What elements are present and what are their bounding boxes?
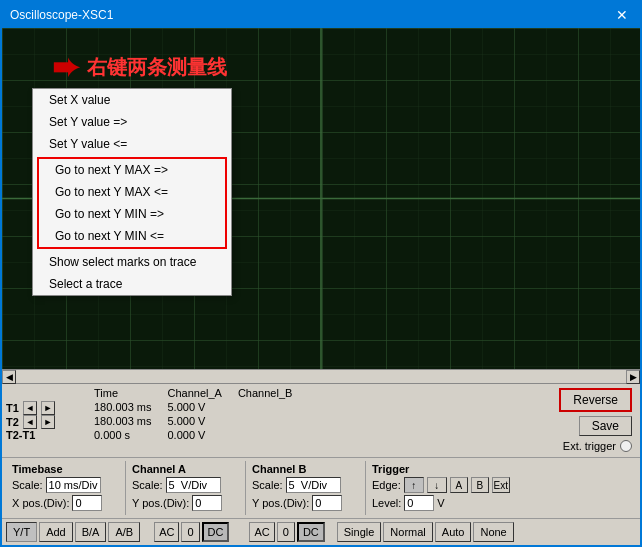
t1-time: 180.003 ms [86, 400, 159, 414]
chb-dc-button[interactable]: DC [297, 522, 325, 542]
context-menu: Set X value Set Y value => Set Y value <… [32, 88, 232, 296]
channel-b-group: Channel B Scale: Y pos.(Div): [246, 461, 366, 515]
timebase-xpos-input[interactable] [72, 495, 102, 511]
meas-table: Time Channel_A Channel_B 180.003 ms 5.00… [82, 384, 520, 457]
chb-scale-label: Scale: [252, 479, 283, 491]
channel-b-title: Channel B [252, 463, 359, 475]
chb-scale-input[interactable] [286, 477, 341, 493]
menu-group-ymax-ymin: Go to next Y MAX => Go to next Y MAX <= … [37, 157, 227, 249]
trigger-level-unit: V [437, 497, 444, 509]
cha-dc-button[interactable]: DC [202, 522, 230, 542]
menu-next-ymin-right[interactable]: Go to next Y MIN => [39, 203, 225, 225]
scroll-track[interactable] [16, 370, 626, 383]
menu-show-marks[interactable]: Show select marks on trace [33, 251, 231, 273]
add-button[interactable]: Add [39, 522, 73, 542]
meas-right: Reverse Save Ext. trigger [520, 384, 640, 457]
settings-row: Timebase Scale: X pos.(Div): Channel A S… [2, 458, 640, 519]
timebase-scale-label: Scale: [12, 479, 43, 491]
t1-label: T1 ◄ ► [6, 401, 78, 415]
cha-ypos-row: Y pos.(Div): [132, 495, 239, 511]
cha-scale-row: Scale: [132, 477, 239, 493]
trigger-ab-ext[interactable]: Ext [492, 477, 510, 493]
table-row-t2t1: 0.000 s 0.000 V [86, 428, 300, 442]
chb-ac-button[interactable]: AC [249, 522, 274, 542]
trigger-ab-b[interactable]: B [471, 477, 489, 493]
chb-ypos-input[interactable] [312, 495, 342, 511]
menu-next-ymax-right[interactable]: Go to next Y MAX => [39, 159, 225, 181]
reverse-button[interactable]: Reverse [559, 388, 632, 412]
title-bar: Oscilloscope-XSC1 ✕ [2, 2, 640, 28]
annotation: ➨ 右键两条测量线 [52, 48, 227, 86]
scroll-right-btn[interactable]: ▶ [626, 370, 640, 384]
annotation-text: 右键两条测量线 [87, 54, 227, 81]
t2-chb [230, 414, 300, 428]
cha-num-button[interactable]: 0 [181, 522, 199, 542]
col-cha: Channel_A [159, 386, 229, 400]
table-row-t2: 180.003 ms 5.000 V [86, 414, 300, 428]
chb-ypos-row: Y pos.(Div): [252, 495, 359, 511]
chb-num-button[interactable]: 0 [277, 522, 295, 542]
t2t1-chb [230, 428, 300, 442]
ext-trigger-label: Ext. trigger [563, 440, 616, 452]
t2-label: T2 ◄ ► [6, 415, 78, 429]
chb-scale-row: Scale: [252, 477, 359, 493]
ba-button[interactable]: B/A [75, 522, 107, 542]
menu-select-trace[interactable]: Select a trace [33, 273, 231, 295]
timebase-scale-row: Scale: [12, 477, 119, 493]
trigger-edge-falling[interactable]: ↓ [427, 477, 447, 493]
t1-chb [230, 400, 300, 414]
timebase-xpos-row: X pos.(Div): [12, 495, 119, 511]
h-scrollbar[interactable]: ◀ ▶ [2, 369, 640, 383]
table-row-t1: 180.003 ms 5.000 V [86, 400, 300, 414]
cha-scale-input[interactable] [166, 477, 221, 493]
menu-set-y-right[interactable]: Set Y value => [33, 111, 231, 133]
bottom-panel: T1 ◄ ► T2 ◄ ► T2-T1 Time [2, 383, 640, 545]
channel-a-title: Channel A [132, 463, 239, 475]
none-button[interactable]: None [473, 522, 513, 542]
oscilloscope-display[interactable]: ➨ 右键两条测量线 Set X value Set Y value => Set… [2, 28, 640, 369]
meas-labels: T1 ◄ ► T2 ◄ ► T2-T1 [2, 384, 82, 457]
t1-cha: 5.000 V [159, 400, 229, 414]
trigger-level-label: Level: [372, 497, 401, 509]
trigger-ab-a[interactable]: A [450, 477, 468, 493]
trigger-edge-rising[interactable]: ↑ [404, 477, 424, 493]
timebase-scale-input[interactable] [46, 477, 101, 493]
bottom-btn-row: Y/T Add B/A A/B AC 0 DC AC 0 DC Single N… [2, 519, 640, 545]
t2-nav-left[interactable]: ◄ [23, 415, 37, 429]
trigger-edge-label: Edge: [372, 479, 401, 491]
t2t1-cha: 0.000 V [159, 428, 229, 442]
timebase-title: Timebase [12, 463, 119, 475]
measurements-row: T1 ◄ ► T2 ◄ ► T2-T1 Time [2, 384, 640, 458]
trigger-level-input[interactable] [404, 495, 434, 511]
ab-button[interactable]: A/B [108, 522, 140, 542]
menu-set-x[interactable]: Set X value [33, 89, 231, 111]
annotation-arrow: ➨ [52, 48, 79, 86]
t1-nav-left[interactable]: ◄ [23, 401, 37, 415]
t2-nav-right[interactable]: ► [41, 415, 55, 429]
oscilloscope-window: Oscilloscope-XSC1 ✕ ➨ [0, 0, 642, 547]
col-time: Time [86, 386, 159, 400]
channel-a-group: Channel A Scale: Y pos.(Div): [126, 461, 246, 515]
single-button[interactable]: Single [337, 522, 382, 542]
trigger-title: Trigger [372, 463, 520, 475]
ext-trigger-indicator [620, 440, 632, 452]
scroll-left-btn[interactable]: ◀ [2, 370, 16, 384]
cha-scale-label: Scale: [132, 479, 163, 491]
t2-time: 180.003 ms [86, 414, 159, 428]
menu-next-ymax-left[interactable]: Go to next Y MAX <= [39, 181, 225, 203]
yt-button[interactable]: Y/T [6, 522, 37, 542]
t2-cha: 5.000 V [159, 414, 229, 428]
trigger-edge-row: Edge: ↑ ↓ A B Ext [372, 477, 520, 493]
t2t1-time: 0.000 s [86, 428, 159, 442]
t1-nav-right[interactable]: ► [41, 401, 55, 415]
close-button[interactable]: ✕ [612, 7, 632, 23]
cha-ypos-input[interactable] [192, 495, 222, 511]
cha-ac-button[interactable]: AC [154, 522, 179, 542]
col-chb: Channel_B [230, 386, 300, 400]
window-title: Oscilloscope-XSC1 [10, 8, 113, 22]
menu-next-ymin-left[interactable]: Go to next Y MIN <= [39, 225, 225, 247]
auto-button[interactable]: Auto [435, 522, 472, 542]
normal-button[interactable]: Normal [383, 522, 432, 542]
menu-set-y-left[interactable]: Set Y value <= [33, 133, 231, 155]
save-button[interactable]: Save [579, 416, 632, 436]
